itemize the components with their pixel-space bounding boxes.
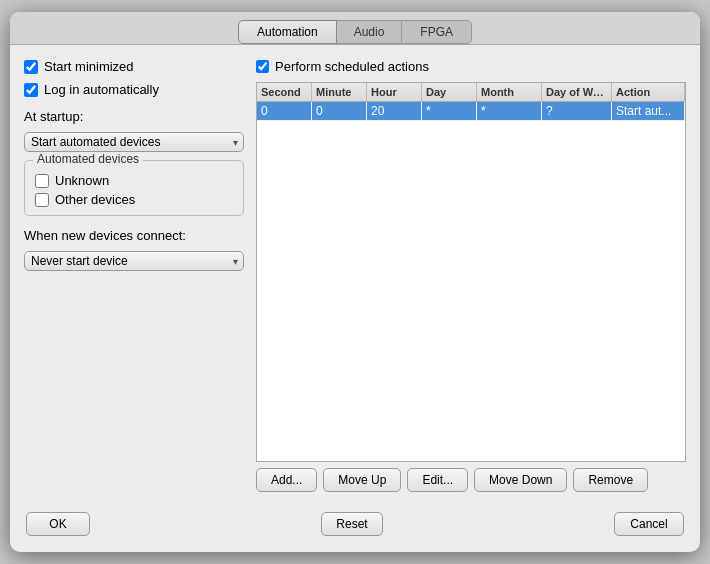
startup-select[interactable]: Start automated devices Do nothing Start… [24, 132, 244, 152]
move-down-button[interactable]: Move Down [474, 468, 567, 492]
ok-button[interactable]: OK [26, 512, 90, 536]
table-row[interactable]: 0 0 20 * * ? Start aut... [257, 102, 685, 121]
tab-fpga[interactable]: FPGA [401, 20, 472, 44]
left-panel: Start minimized Log in automatically At … [24, 59, 244, 492]
perform-checkbox[interactable] [256, 60, 269, 73]
cell-month: * [477, 102, 542, 120]
unknown-label: Unknown [55, 173, 109, 188]
cell-second: 0 [257, 102, 312, 120]
log-in-automatically-row: Log in automatically [24, 82, 244, 97]
other-devices-checkbox[interactable] [35, 193, 49, 207]
add-button[interactable]: Add... [256, 468, 317, 492]
edit-button[interactable]: Edit... [407, 468, 468, 492]
dialog: Automation Audio FPGA Start minimized Lo… [10, 12, 700, 552]
col-day-header: Day [422, 83, 477, 101]
start-minimized-row: Start minimized [24, 59, 244, 74]
tab-audio[interactable]: Audio [335, 20, 404, 44]
schedule-table: Second Minute Hour Day Month Day of We..… [256, 82, 686, 462]
col-hour-header: Hour [367, 83, 422, 101]
never-start-select-wrapper: Never start device Always start device A… [24, 251, 244, 271]
perform-label: Perform scheduled actions [275, 59, 429, 74]
bottom-bar: OK Reset Cancel [10, 502, 700, 536]
cell-hour: 20 [367, 102, 422, 120]
col-month-header: Month [477, 83, 542, 101]
reset-button[interactable]: Reset [321, 512, 382, 536]
other-devices-label: Other devices [55, 192, 135, 207]
log-in-automatically-checkbox[interactable] [24, 83, 38, 97]
table-header: Second Minute Hour Day Month Day of We..… [257, 83, 685, 102]
never-start-select[interactable]: Never start device Always start device A… [24, 251, 244, 271]
start-minimized-checkbox[interactable] [24, 60, 38, 74]
at-startup-label: At startup: [24, 109, 244, 124]
cell-minute: 0 [312, 102, 367, 120]
unknown-row: Unknown [35, 173, 233, 188]
col-action-header: Action [612, 83, 685, 101]
main-content: Start minimized Log in automatically At … [10, 45, 700, 502]
startup-select-wrapper: Start automated devices Do nothing Start… [24, 132, 244, 152]
table-buttons-row: Add... Move Up Edit... Move Down Remove [256, 468, 686, 492]
col-minute-header: Minute [312, 83, 367, 101]
right-panel: Perform scheduled actions Second Minute … [256, 59, 686, 492]
remove-button[interactable]: Remove [573, 468, 648, 492]
log-in-automatically-label: Log in automatically [44, 82, 159, 97]
col-dayofweek-header: Day of We... [542, 83, 612, 101]
automated-devices-title: Automated devices [33, 152, 143, 166]
table-body: 0 0 20 * * ? Start aut... [257, 102, 685, 121]
tab-bar: Automation Audio FPGA [10, 12, 700, 45]
unknown-checkbox[interactable] [35, 174, 49, 188]
automated-devices-group: Automated devices Unknown Other devices [24, 160, 244, 216]
cell-day: * [422, 102, 477, 120]
perform-row: Perform scheduled actions [256, 59, 686, 74]
other-devices-row: Other devices [35, 192, 233, 207]
move-up-button[interactable]: Move Up [323, 468, 401, 492]
cancel-button[interactable]: Cancel [614, 512, 684, 536]
col-second-header: Second [257, 83, 312, 101]
tab-automation[interactable]: Automation [238, 20, 337, 44]
when-new-devices-label: When new devices connect: [24, 228, 244, 243]
start-minimized-label: Start minimized [44, 59, 134, 74]
cell-dayofweek: ? [542, 102, 612, 120]
cell-action: Start aut... [612, 102, 685, 120]
